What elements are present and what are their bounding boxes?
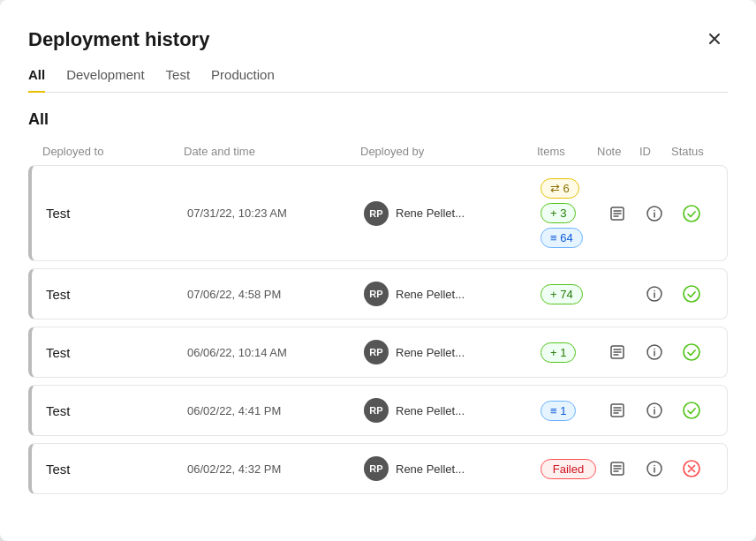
deployed-to-cell: Test	[46, 206, 187, 221]
deployed-by-cell: RPRene Pellet...	[364, 340, 541, 364]
svg-point-13	[654, 407, 655, 409]
status-cell	[670, 459, 713, 478]
deployed-by-cell: RPRene Pellet...	[364, 282, 541, 306]
date-time-cell: 06/02/22, 4:32 PM	[187, 462, 364, 476]
column-header: Items	[537, 145, 597, 158]
tabs: AllDevelopmentTestProduction	[28, 67, 728, 93]
item-badge: ≡ 64	[541, 228, 583, 248]
items-cell: Failed	[541, 459, 596, 479]
deployed-by-name: Rene Pellet...	[396, 288, 465, 301]
note-button[interactable]	[607, 203, 628, 224]
date-time-cell: 07/31/22, 10:23 AM	[187, 207, 364, 220]
modal-title: Deployment history	[28, 28, 209, 51]
deployed-to-cell: Test	[46, 287, 187, 302]
status-cell	[670, 342, 713, 362]
note-cell[interactable]	[596, 342, 639, 363]
note-cell[interactable]	[596, 203, 639, 224]
avatar: RP	[364, 456, 389, 481]
svg-point-10	[684, 344, 699, 360]
column-header: ID	[639, 145, 671, 158]
note-cell[interactable]	[596, 458, 639, 479]
info-button[interactable]	[644, 283, 665, 304]
item-badge: ≡ 1	[541, 401, 576, 421]
info-button[interactable]	[644, 458, 665, 479]
table-row: Test07/06/22, 4:58 PMRPRene Pellet...+ 7…	[28, 268, 728, 319]
tab-development[interactable]: Development	[66, 67, 144, 93]
avatar: RP	[364, 201, 389, 226]
table-row: Test06/02/22, 4:32 PMRPRene Pellet...Fai…	[28, 443, 728, 494]
item-badge: ⇄ 6	[541, 178, 579, 199]
close-button[interactable]	[701, 29, 728, 51]
deployed-by-cell: RPRene Pellet...	[364, 398, 541, 423]
column-header: Note	[597, 145, 639, 158]
id-cell[interactable]	[639, 400, 670, 421]
avatar: RP	[364, 340, 389, 364]
section-title: All	[28, 110, 728, 129]
rows-container: Test07/31/22, 10:23 AMRPRene Pellet...⇄ …	[28, 165, 728, 494]
note-button[interactable]	[607, 400, 628, 421]
deployed-by-name: Rene Pellet...	[396, 404, 465, 417]
svg-point-3	[684, 206, 699, 222]
deployed-by-name: Rene Pellet...	[396, 462, 465, 476]
note-cell[interactable]	[596, 400, 639, 421]
items-cell: + 74	[541, 284, 596, 304]
items-cell: + 1	[541, 342, 596, 363]
tab-test[interactable]: Test	[166, 67, 191, 93]
item-badge: + 74	[541, 284, 583, 304]
column-header: Deployed by	[360, 145, 537, 158]
avatar: RP	[364, 398, 389, 423]
deployed-to-cell: Test	[46, 403, 187, 418]
svg-point-6	[684, 286, 699, 302]
deployed-to-cell: Test	[46, 462, 187, 477]
status-cell	[670, 204, 713, 223]
column-header: Status	[671, 145, 714, 158]
deployed-to-cell: Test	[46, 345, 187, 360]
id-cell[interactable]	[639, 342, 670, 363]
note-button[interactable]	[607, 342, 628, 363]
items-cell: ≡ 1	[541, 401, 596, 421]
info-button[interactable]	[644, 203, 665, 224]
table-header: Deployed toDate and timeDeployed byItems…	[28, 145, 728, 165]
status-cell	[670, 401, 713, 420]
modal-header: Deployment history	[28, 28, 728, 51]
svg-point-9	[654, 349, 655, 350]
date-time-cell: 07/06/22, 4:58 PM	[187, 288, 364, 301]
modal: Deployment history AllDevelopmentTestPro…	[0, 0, 756, 541]
svg-point-5	[654, 290, 655, 292]
table-row: Test06/06/22, 10:14 AMRPRene Pellet...+ …	[28, 327, 728, 378]
item-badge: + 3	[541, 203, 576, 223]
id-cell[interactable]	[639, 283, 670, 304]
svg-point-14	[684, 402, 699, 418]
deployed-by-name: Rene Pellet...	[396, 207, 465, 220]
column-header: Date and time	[184, 145, 360, 158]
item-badge: + 1	[541, 342, 576, 363]
svg-point-17	[654, 465, 655, 467]
status-cell	[670, 284, 713, 304]
items-cell: ⇄ 6+ 3≡ 64	[541, 178, 596, 248]
column-header: Deployed to	[42, 145, 184, 158]
item-badge: Failed	[541, 459, 596, 479]
tab-all[interactable]: All	[28, 67, 45, 93]
avatar: RP	[364, 282, 389, 306]
date-time-cell: 06/06/22, 10:14 AM	[187, 346, 364, 359]
info-button[interactable]	[644, 342, 665, 363]
note-button[interactable]	[607, 458, 628, 479]
id-cell[interactable]	[639, 203, 670, 224]
deployed-by-name: Rene Pellet...	[396, 346, 465, 359]
id-cell[interactable]	[639, 458, 670, 479]
svg-point-2	[654, 209, 655, 211]
info-button[interactable]	[644, 400, 665, 421]
table-row: Test07/31/22, 10:23 AMRPRene Pellet...⇄ …	[28, 165, 728, 261]
tab-production[interactable]: Production	[211, 67, 275, 93]
date-time-cell: 06/02/22, 4:41 PM	[187, 404, 364, 417]
table-row: Test06/02/22, 4:41 PMRPRene Pellet...≡ 1	[28, 385, 728, 436]
deployed-by-cell: RPRene Pellet...	[364, 201, 541, 226]
deployed-by-cell: RPRene Pellet...	[364, 456, 541, 481]
